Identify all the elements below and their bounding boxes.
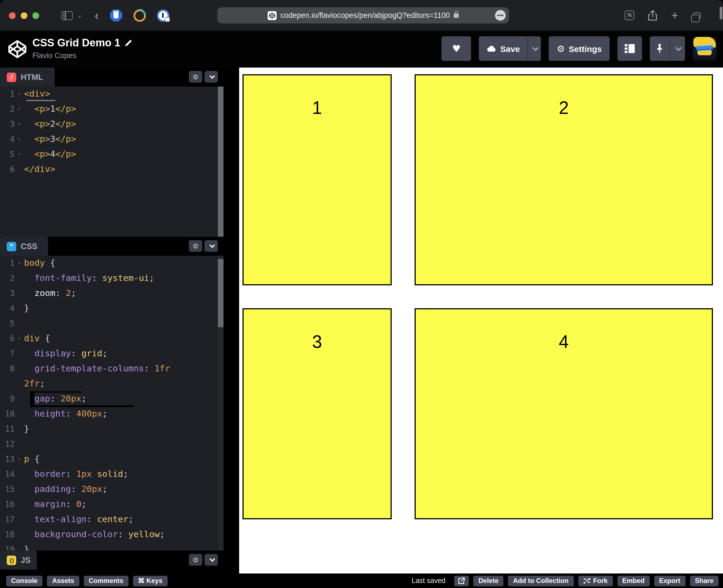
- html-settings-button[interactable]: ⚙: [189, 71, 202, 83]
- new-tab-icon[interactable]: +: [671, 10, 678, 20]
- code-line[interactable]: 8 grid-template-columns: 1fr: [0, 361, 218, 376]
- code-line[interactable]: 13▾p {: [0, 452, 218, 467]
- code-line[interactable]: 1▾<div>: [0, 87, 218, 102]
- fold-gutter: [15, 286, 24, 301]
- tab-html[interactable]: / HTML: [0, 67, 55, 87]
- edit-pencil-icon[interactable]: [125, 39, 133, 47]
- code-line[interactable]: 10 height: 400px;: [0, 406, 218, 422]
- code-token: 2: [50, 119, 55, 129]
- code-token: :: [66, 469, 76, 479]
- fold-arrow-icon[interactable]: ▾: [15, 132, 24, 147]
- embed-button[interactable]: Embed: [617, 575, 649, 586]
- address-bar[interactable]: codepen.io/flaviocopes/pen/abjpogQ?edito…: [217, 7, 509, 23]
- code-token: yellow: [128, 529, 160, 540]
- editor-column: / HTML ⚙ 1▾<div>2▾ <p>1</p>3▾ <p>2</p>4▾…: [0, 67, 239, 573]
- fold-arrow-icon[interactable]: ▾: [15, 102, 24, 117]
- console-button[interactable]: Console: [6, 575, 43, 586]
- codepen-logo-icon[interactable]: [7, 39, 27, 59]
- fold-arrow-icon[interactable]: ▾: [15, 256, 24, 271]
- code-line[interactable]: 1▾body {: [0, 256, 218, 271]
- line-number: 14: [0, 467, 15, 482]
- more-options-icon[interactable]: [495, 10, 506, 21]
- html-collapse-button[interactable]: [204, 71, 218, 83]
- code-line[interactable]: 2fr;: [0, 376, 218, 392]
- code-line[interactable]: 7 display: grid;: [0, 346, 218, 361]
- code-token: </p>: [55, 134, 76, 144]
- code-line[interactable]: 14 border: 1px solid;: [0, 467, 218, 482]
- password-extension-icon[interactable]: [157, 9, 169, 21]
- code-line[interactable]: 11}: [0, 422, 218, 437]
- css-settings-button[interactable]: ⚙: [189, 240, 202, 252]
- settings-button[interactable]: ⚙ Settings: [549, 36, 609, 61]
- minimize-window-button[interactable]: [21, 12, 27, 19]
- code-line[interactable]: 3 zoom: 2;: [0, 286, 218, 301]
- code-line[interactable]: 5▾ <p>4</p>: [0, 147, 218, 162]
- fold-arrow-icon[interactable]: ▾: [15, 331, 24, 346]
- code-line[interactable]: 6</div>: [0, 162, 218, 177]
- css-editor-panel: * CSS ⚙ 1▾body {2 font-family: system-ui…: [0, 237, 223, 551]
- sidebar-toggle-icon[interactable]: [61, 11, 73, 20]
- comments-button[interactable]: Comments: [83, 575, 128, 586]
- share-button[interactable]: Share: [690, 575, 719, 586]
- code-line[interactable]: 9 gap: 20px;: [0, 392, 218, 406]
- code-line[interactable]: 4▾ <p>3</p>: [0, 132, 218, 147]
- fold-arrow-icon[interactable]: ▾: [15, 87, 24, 102]
- footer-right: Last saved Delete Add to Collection Fork…: [412, 575, 719, 586]
- code-line[interactable]: 2 font-family: system-ui;: [0, 271, 218, 286]
- line-number: 12: [0, 437, 15, 452]
- notion-extension-icon[interactable]: N: [625, 10, 634, 20]
- keys-button[interactable]: ⌘ Keys: [133, 575, 167, 586]
- code-token: <p>: [24, 104, 50, 114]
- export-button[interactable]: Export: [654, 575, 685, 586]
- code-line[interactable]: 5: [0, 316, 218, 331]
- css-code-editor[interactable]: 1▾body {2 font-family: system-ui;3 zoom:…: [0, 256, 218, 551]
- fork-button[interactable]: Fork: [578, 575, 612, 586]
- share-icon[interactable]: [647, 10, 658, 21]
- html-editor-scrollbar[interactable]: [218, 87, 223, 237]
- assets-button[interactable]: Assets: [47, 575, 79, 586]
- css-editor-scrollbar[interactable]: [218, 259, 223, 327]
- open-live-view-button[interactable]: [454, 575, 469, 586]
- tab-overview-icon[interactable]: [694, 12, 701, 19]
- code-line[interactable]: 6▾div {: [0, 331, 218, 346]
- code-line[interactable]: 16 margin: 0;: [0, 497, 218, 512]
- close-window-button[interactable]: [9, 12, 16, 19]
- code-line[interactable]: 4}: [0, 301, 218, 316]
- tab-js[interactable]: ( ) JS: [0, 551, 37, 570]
- sidebar-chevron-icon[interactable]: ⌄: [77, 12, 82, 19]
- back-button[interactable]: ‹: [95, 11, 99, 20]
- fold-arrow-icon[interactable]: ▾: [15, 117, 24, 132]
- js-settings-button[interactable]: ⚙: [189, 554, 202, 566]
- line-number: 7: [0, 346, 15, 361]
- code-line[interactable]: 19}: [0, 542, 218, 551]
- code-line[interactable]: 12: [0, 437, 218, 452]
- tab-css[interactable]: * CSS: [0, 237, 48, 256]
- fold-arrow-icon[interactable]: ▾: [15, 147, 24, 162]
- code-text: }: [24, 301, 29, 316]
- css-collapse-button[interactable]: [204, 240, 218, 252]
- chevron-down-icon: [209, 556, 215, 562]
- user-avatar[interactable]: [693, 37, 716, 60]
- code-line[interactable]: 2▾ <p>1</p>: [0, 102, 218, 117]
- zoom-window-button[interactable]: [33, 12, 39, 19]
- change-view-button[interactable]: [617, 36, 642, 61]
- code-line[interactable]: 17 text-align: center;: [0, 512, 218, 527]
- save-button[interactable]: Save: [479, 36, 528, 61]
- add-to-collection-button[interactable]: Add to Collection: [508, 575, 574, 586]
- code-token: 4: [50, 149, 55, 159]
- page-scrollbar[interactable]: [720, 7, 722, 20]
- blocker-extension-icon[interactable]: [110, 9, 122, 21]
- pin-dropdown-button[interactable]: [669, 36, 685, 61]
- like-button[interactable]: ♥: [442, 36, 471, 61]
- delete-button[interactable]: Delete: [473, 575, 503, 586]
- code-line[interactable]: 18 background-color: yellow;: [0, 527, 218, 542]
- pin-button[interactable]: [650, 36, 669, 61]
- code-line[interactable]: 15 padding: 20px;: [0, 482, 218, 497]
- fold-arrow-icon[interactable]: ▾: [15, 452, 24, 467]
- js-collapse-button[interactable]: [204, 554, 218, 566]
- code-line[interactable]: 3▾ <p>2</p>: [0, 117, 218, 132]
- ring-extension-icon[interactable]: [133, 9, 145, 21]
- pen-author[interactable]: Flavio Copes: [33, 51, 77, 60]
- save-dropdown-button[interactable]: [528, 36, 541, 61]
- html-code-editor[interactable]: 1▾<div>2▾ <p>1</p>3▾ <p>2</p>4▾ <p>3</p>…: [0, 87, 218, 237]
